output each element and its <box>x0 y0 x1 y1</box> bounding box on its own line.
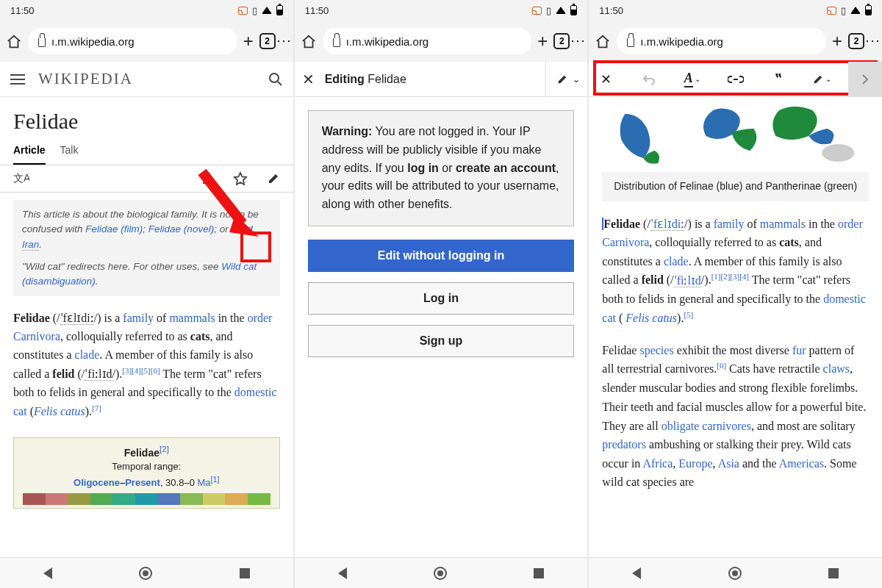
ref-link[interactable]: [3][4][5][6] <box>122 366 159 375</box>
phone-screenshot-1: 11:50 ▯ ı.m.wikipedia.org + 2 ⋮ WIKIPEDI… <box>0 0 293 588</box>
home-nav-icon[interactable] <box>728 567 742 580</box>
text-style-icon[interactable]: A⌄ <box>675 62 709 97</box>
link-felis[interactable]: Felis catus <box>34 405 85 417</box>
status-bar: 11:50 ▯ <box>0 0 293 21</box>
link-icon[interactable] <box>719 62 753 97</box>
link-oligocene[interactable]: Oligocene <box>74 478 120 489</box>
battery-icon <box>865 5 872 15</box>
link-clade[interactable]: clade <box>75 348 100 361</box>
tab-switcher[interactable]: 2 <box>259 33 276 49</box>
home-icon[interactable] <box>301 34 317 49</box>
svg-point-0 <box>270 74 279 82</box>
home-nav-icon[interactable] <box>434 567 447 580</box>
tab-switcher[interactable]: 2 <box>848 33 864 49</box>
vibrate-icon: ▯ <box>841 5 846 16</box>
pencil-icon[interactable] <box>556 74 568 85</box>
ref-link[interactable]: [7] <box>92 404 101 412</box>
back-icon[interactable] <box>632 567 641 579</box>
link-africa[interactable]: Africa <box>642 457 673 470</box>
home-nav-icon[interactable] <box>139 567 152 580</box>
undo-icon[interactable] <box>632 62 666 97</box>
link-mammals[interactable]: mammals <box>760 218 806 230</box>
address-bar[interactable]: ı.m.wikipedia.org <box>28 28 237 54</box>
link-europe[interactable]: Europe <box>678 457 712 470</box>
vibrate-icon: ▯ <box>546 5 551 16</box>
home-icon[interactable] <box>595 34 611 49</box>
search-icon[interactable] <box>268 72 283 87</box>
tab-switcher[interactable]: 2 <box>553 33 570 49</box>
home-icon[interactable] <box>6 34 22 49</box>
url-text: ı.m.wikipedia.org <box>346 35 429 48</box>
link-felid[interactable]: Felid <box>231 223 252 234</box>
link-species[interactable]: species <box>639 344 673 356</box>
clock: 11:50 <box>305 5 329 16</box>
recents-icon[interactable] <box>240 568 250 578</box>
link-present[interactable]: Present <box>125 478 160 489</box>
article-body[interactable]: Felidae (/ˈfɛlɪdiː/) is a family of mamm… <box>589 201 882 492</box>
language-icon[interactable]: 文A <box>13 171 29 186</box>
cite-icon[interactable]: ‟ <box>761 62 795 97</box>
recents-icon[interactable] <box>828 568 839 578</box>
back-icon[interactable] <box>338 567 347 579</box>
close-icon[interactable]: ✕ <box>589 62 623 97</box>
edit-anon-button[interactable]: Edit without logging in <box>308 240 575 272</box>
lock-icon <box>333 38 340 47</box>
wikipedia-logo[interactable]: WIKIPEDIA <box>38 70 133 88</box>
star-icon[interactable] <box>233 171 248 186</box>
close-icon[interactable]: ✕ <box>302 71 315 88</box>
android-navbar <box>589 557 882 588</box>
link-family[interactable]: family <box>123 312 154 324</box>
url-text: ı.m.wikipedia.org <box>51 35 135 48</box>
page-content: ✕ Editing Felidae ⌄ Warning: You are not… <box>295 62 588 557</box>
address-bar[interactable]: ı.m.wikipedia.org <box>323 28 532 54</box>
next-button[interactable] <box>848 62 882 97</box>
link-carnivora[interactable]: Carnivora <box>602 236 649 248</box>
address-bar[interactable]: ı.m.wikipedia.org <box>617 28 826 54</box>
vibrate-icon: ▯ <box>252 5 257 16</box>
recents-icon[interactable] <box>534 568 544 578</box>
back-icon[interactable] <box>43 567 52 579</box>
chevron-down-icon[interactable]: ⌄ <box>573 74 580 85</box>
edit-toolbar: ✕ A⌄ ‟ ⌄ <box>589 62 882 97</box>
link-americas[interactable]: Americas <box>779 457 824 470</box>
link-predators[interactable]: predators <box>602 438 646 451</box>
overflow-menu-icon[interactable]: ⋮ <box>870 34 876 49</box>
page-tabs: Article Talk <box>0 138 293 165</box>
article-body: Felidae (/ˈfɛlɪdiː/) is a family of mamm… <box>0 304 293 426</box>
article-toolbar: 文A <box>0 165 293 193</box>
hamburger-icon[interactable] <box>10 74 25 85</box>
login-warning: Warning: You are not logged in. Your IP … <box>308 110 575 226</box>
link-order[interactable]: order <box>838 218 863 230</box>
signup-button[interactable]: Sign up <box>308 325 575 357</box>
svg-point-5 <box>822 144 855 162</box>
link-felidae-film[interactable]: Felidae (film) <box>85 223 143 234</box>
overflow-menu-icon[interactable]: ⋮ <box>282 34 287 49</box>
hatnote: This article is about the biological fam… <box>13 200 280 296</box>
tab-talk[interactable]: Talk <box>60 144 79 165</box>
wifi-icon <box>556 7 566 14</box>
page-content: WIKIPEDIA Felidae Article Talk 文A <box>0 62 293 557</box>
link-mammals[interactable]: mammals <box>169 312 215 324</box>
link-ma[interactable]: Ma <box>197 478 210 489</box>
link-felidae-novel[interactable]: Felidae (novel) <box>148 223 214 234</box>
download-icon[interactable] <box>201 172 214 185</box>
link-clade[interactable]: clade <box>664 255 689 268</box>
clock: 11:50 <box>10 5 35 16</box>
battery-icon <box>570 5 577 15</box>
link-asia[interactable]: Asia <box>718 457 739 470</box>
link-family[interactable]: family <box>714 218 745 230</box>
new-tab-button[interactable]: + <box>832 31 842 51</box>
insert-icon[interactable]: ⌄ <box>805 62 839 97</box>
new-tab-button[interactable]: + <box>243 31 254 51</box>
new-tab-button[interactable]: + <box>537 31 548 51</box>
edit-pencil-icon[interactable] <box>267 172 280 185</box>
link-obligate-carnivores[interactable]: obligate carnivores <box>662 420 751 432</box>
link-fur[interactable]: fur <box>792 344 806 356</box>
infobox: Felidae[2] Temporal range: Oligocene–Pre… <box>13 437 280 509</box>
login-button[interactable]: Log in <box>308 282 575 315</box>
link-claws[interactable]: claws <box>823 363 850 376</box>
battery-icon <box>276 5 283 15</box>
link-iran[interactable]: Iran <box>22 239 39 251</box>
overflow-menu-icon[interactable]: ⋮ <box>576 34 581 49</box>
tab-article[interactable]: Article <box>13 144 46 165</box>
